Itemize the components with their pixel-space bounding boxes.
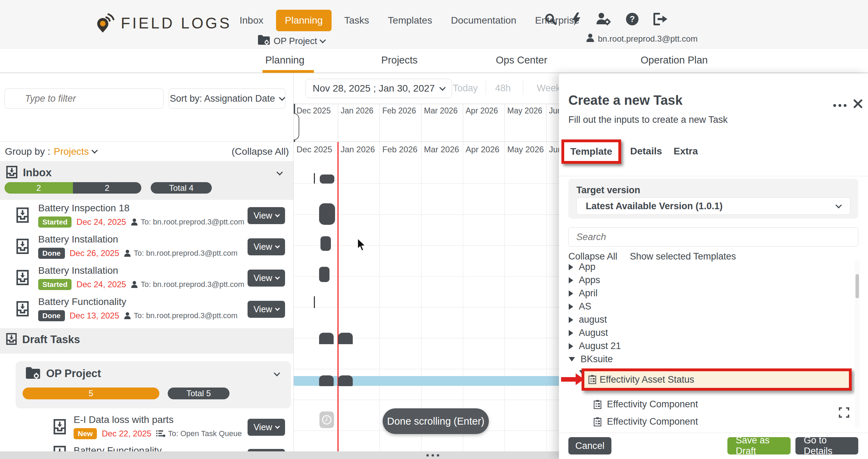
- zoom-week-button[interactable]: Week: [537, 83, 559, 94]
- gantt-bar[interactable]: [338, 375, 353, 386]
- gantt-bar[interactable]: [320, 175, 334, 184]
- tree-item-effectivity-asset-status[interactable]: Effectivity Asset Status: [600, 374, 694, 385]
- nav-templates[interactable]: Templates: [382, 10, 439, 31]
- gantt-bar[interactable]: [320, 236, 331, 251]
- inbox-task-icon: [16, 239, 30, 255]
- inbox-icon: [6, 166, 18, 180]
- date-range-picker[interactable]: Nov 28, 2025 ; Jan 30, 2027: [306, 79, 452, 98]
- gantt-milestone-tick[interactable]: [314, 173, 315, 184]
- tab-projects[interactable]: Projects: [381, 54, 418, 66]
- sort-dropdown[interactable]: Sort by: Assignation Date: [169, 88, 285, 109]
- tab-template[interactable]: Template: [570, 146, 612, 157]
- task-date: Dec 13, 2025: [70, 311, 119, 321]
- horizontal-scrollbar[interactable]: [0, 451, 559, 459]
- active-tab-underline: [262, 70, 314, 73]
- tab-ops-center[interactable]: Ops Center: [496, 54, 547, 66]
- save-as-draft-button[interactable]: Save as Draft: [727, 437, 791, 454]
- tree-item-bksuite[interactable]: BKsuite: [569, 354, 613, 365]
- task-date: Dec 22, 2025: [102, 429, 151, 439]
- tab-operation-plan[interactable]: Operation Plan: [641, 54, 708, 66]
- help-icon[interactable]: ?: [626, 12, 639, 26]
- nav-documentation[interactable]: Documentation: [445, 10, 523, 31]
- zoom-48h-button[interactable]: 48h: [495, 83, 511, 94]
- project-group-card[interactable]: OP Project 5 Total 5: [16, 361, 291, 408]
- collapse-all-link[interactable]: (Collapse All): [232, 146, 289, 157]
- task-row-partial[interactable]: Battery Functionality: [0, 443, 294, 451]
- template-tree: App Apps April AS august August August 2…: [559, 261, 850, 427]
- cancel-button[interactable]: Cancel: [568, 437, 611, 454]
- view-button[interactable]: View: [248, 419, 285, 436]
- nav-planning[interactable]: Planning: [276, 10, 332, 31]
- lightning-icon[interactable]: [571, 12, 581, 26]
- gantt-milestone-tick[interactable]: [314, 296, 315, 308]
- template-tab-annotation: Template: [561, 139, 621, 164]
- gantt-bar[interactable]: [319, 267, 329, 282]
- tab-details[interactable]: Details: [630, 146, 662, 157]
- logout-icon[interactable]: [653, 13, 667, 25]
- panel-title: Create a new Task: [568, 93, 683, 108]
- tree-item-as[interactable]: AS: [569, 301, 591, 312]
- template-search-input[interactable]: [568, 227, 858, 247]
- task-row[interactable]: E-I Data loss with parts New Dec 22, 202…: [0, 411, 294, 443]
- user-settings-icon[interactable]: [596, 12, 611, 26]
- tab-extra[interactable]: Extra: [674, 146, 698, 157]
- tree-item-april[interactable]: April: [569, 288, 598, 299]
- gantt-bar[interactable]: [319, 333, 334, 344]
- expand-fullscreen-icon[interactable]: [839, 407, 849, 419]
- gantt-bar[interactable]: [319, 375, 334, 386]
- collapse-all-link[interactable]: Collapse All: [568, 251, 617, 262]
- top-navbar: FIELD LOGS Inbox Planning Tasks Template…: [0, 0, 868, 49]
- show-selected-link[interactable]: Show selected Templates: [630, 251, 736, 262]
- task-row[interactable]: Battery Installation Done Dec 26, 2025 T…: [0, 231, 294, 262]
- tab-planning[interactable]: Planning: [265, 54, 304, 66]
- nav-inbox[interactable]: Inbox: [233, 10, 270, 31]
- today-line: [337, 142, 339, 451]
- filter-input[interactable]: [5, 88, 164, 109]
- project-group-title: OP Project: [46, 367, 101, 380]
- template-icon: [594, 400, 601, 409]
- folder-gear-icon: [258, 35, 270, 48]
- tree-scrollbar[interactable]: [855, 261, 860, 427]
- draft-tasks-icon: [6, 333, 17, 346]
- minimap-viewport-grip[interactable]: [294, 113, 299, 140]
- tree-item-august-21[interactable]: August 21: [569, 341, 621, 351]
- task-row[interactable]: Battery Functionality Done Dec 13, 2025 …: [0, 294, 294, 325]
- close-icon[interactable]: [853, 99, 862, 110]
- gantt-bar[interactable]: [338, 333, 353, 344]
- nav-tasks[interactable]: Tasks: [338, 10, 375, 31]
- inbox-section-header[interactable]: Inbox 2 2 Total 4: [0, 161, 294, 200]
- tree-item-august[interactable]: August: [569, 328, 608, 338]
- view-button[interactable]: View: [248, 270, 285, 287]
- view-button[interactable]: View: [248, 238, 285, 255]
- view-button[interactable]: View: [248, 301, 285, 318]
- view-button[interactable]: View: [248, 207, 285, 224]
- divider: [523, 81, 523, 95]
- tree-item-app[interactable]: App: [569, 262, 595, 272]
- go-to-details-button[interactable]: Go to Details: [795, 437, 858, 454]
- chevron-down-icon[interactable]: [275, 371, 279, 377]
- brand-logo[interactable]: FIELD LOGS: [97, 12, 232, 35]
- chevron-down-icon[interactable]: [277, 170, 282, 176]
- person-icon: [124, 249, 131, 257]
- minimap-month-label: Mar 2026: [424, 106, 458, 116]
- more-options-icon[interactable]: [833, 104, 846, 107]
- project-selector[interactable]: OP Project: [258, 35, 325, 48]
- group-by-value[interactable]: Projects: [54, 146, 97, 157]
- divider: [559, 176, 868, 176]
- view-button[interactable]: [248, 449, 285, 451]
- gantt-bar[interactable]: [319, 203, 335, 225]
- tree-item-apps[interactable]: Apps: [569, 275, 600, 286]
- task-row[interactable]: Battery Installation Started Dec 24, 202…: [0, 262, 294, 294]
- target-version-select[interactable]: Latest Available Version (1.0.1): [576, 197, 850, 215]
- tree-scrollbar-thumb[interactable]: [856, 274, 859, 298]
- zoom-today-button[interactable]: Today: [453, 83, 478, 94]
- tree-item-effectivity-component[interactable]: Effectivity Component: [594, 399, 698, 410]
- person-icon: [131, 281, 138, 288]
- minimap-month-label: Feb 2026: [382, 106, 416, 116]
- tree-item-august-lc[interactable]: august: [569, 314, 607, 325]
- done-scrolling-button[interactable]: Done scrolling (Enter): [383, 408, 489, 434]
- gantt-minimap[interactable]: Dec 2025 Jan 2026 Feb 2026 Mar 2026 Apr …: [294, 104, 559, 142]
- search-icon[interactable]: [544, 13, 557, 25]
- tree-item-effectivity-component-2[interactable]: Effectivity Component: [594, 416, 698, 427]
- task-row[interactable]: Battery Inspection 18 Started Dec 24, 20…: [0, 200, 294, 231]
